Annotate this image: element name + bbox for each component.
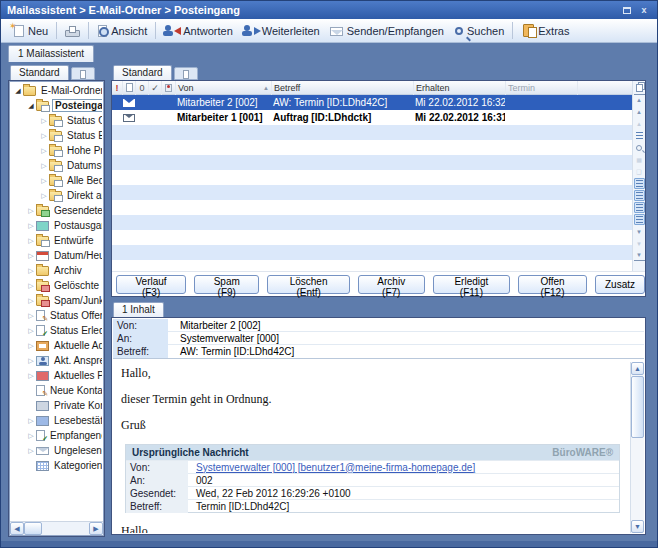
scroll-down-icon[interactable]: ▼ <box>631 520 644 533</box>
tab-inhalt[interactable]: 1 Inhalt <box>113 302 164 317</box>
tree-expander-icon[interactable]: ▷ <box>26 357 36 365</box>
search-button[interactable]: Suchen <box>449 23 509 39</box>
sidebar-item-aktuelles-projekt[interactable]: ▷Aktuelles Projekt <box>11 368 102 383</box>
scroll-up-icon[interactable]: ▲ <box>631 362 644 375</box>
tree-expander-icon[interactable]: ▷ <box>26 432 36 440</box>
column-termin[interactable]: Termin <box>506 81 578 95</box>
sidebar-item-gel-schte-e-mails[interactable]: ▷Gelöschte E-Mails <box>11 278 102 293</box>
reply-button[interactable]: Antworten <box>159 22 238 39</box>
extras-button[interactable]: Extras <box>516 22 574 39</box>
sidebar-item-datum-heute[interactable]: ▷Datum/Heute <box>11 248 102 263</box>
empty-row[interactable] <box>112 185 632 200</box>
empty-row[interactable] <box>112 125 632 140</box>
row-up-disabled-icon[interactable]: ▲ <box>634 118 645 129</box>
sidebar-item-archiv[interactable]: ▷Archiv <box>11 263 102 278</box>
tree-expander-icon[interactable]: ▷ <box>26 207 36 215</box>
sidebar-horizontal-scrollbar[interactable]: ◀ ▶ <box>10 521 103 535</box>
sidebar-item-gesendete-e-mails[interactable]: ▷Gesendete E-Mails <box>11 203 102 218</box>
empty-row[interactable] <box>112 155 632 170</box>
column-betreff[interactable]: Betreff <box>272 81 414 95</box>
column-person[interactable] <box>162 81 176 95</box>
row-down-icon[interactable]: ▼ <box>634 226 645 237</box>
list-tab-page2[interactable] <box>174 67 198 80</box>
scroll-bottom-icon[interactable]: ▼ <box>634 250 645 261</box>
scrollbar-track[interactable] <box>42 522 89 535</box>
scrollbar-thumb[interactable] <box>24 522 42 535</box>
scroll-left-icon[interactable]: ◀ <box>10 522 24 535</box>
sidebar-item-akt-ansprechpartner[interactable]: ▷Akt. Ansprechpartner <box>11 353 102 368</box>
empty-row[interactable] <box>112 245 632 260</box>
archiv-button[interactable]: Archiv (F7) <box>358 275 425 294</box>
list-view-icon[interactable] <box>634 178 645 189</box>
list-tab-standard[interactable]: Standard <box>113 65 172 80</box>
list-view-icon[interactable] <box>634 214 645 225</box>
forward-button[interactable]: Weiterleiten <box>238 22 325 39</box>
column-von[interactable]: Von▲ <box>176 81 272 95</box>
column-attachments[interactable]: 0 <box>136 81 149 95</box>
tree-expander-icon[interactable]: ▷ <box>26 372 36 380</box>
mail-row[interactable]: Mitarbeiter 2 [002]AW: Termin [ID:LDhd42… <box>112 95 632 110</box>
loeschen-button[interactable]: Löschen (Entf) <box>267 275 349 294</box>
sidebar-item-e-mail-ordner[interactable]: ◢E-Mail-Ordner <box>11 83 102 98</box>
zusatz-button[interactable]: Zusatz <box>595 275 645 294</box>
sidebar-item-hohe-priorit-t[interactable]: ▷Hohe Priorität <box>11 143 102 158</box>
scroll-top-icon[interactable]: ▲ <box>634 94 645 105</box>
sidebar-tab-page2[interactable] <box>71 67 95 80</box>
columns-icon[interactable] <box>634 130 645 141</box>
scroll-right-icon[interactable]: ▶ <box>89 522 103 535</box>
verlauf-button[interactable]: Verlauf (F3) <box>116 275 186 294</box>
sidebar-item-alle-bediener[interactable]: ▷Alle Bediener <box>11 173 102 188</box>
sidebar-item-private-kontakte[interactable]: Private Kontakte <box>11 398 102 413</box>
sidebar-item-status-erledigt[interactable]: ▷Status Erledigt <box>11 128 102 143</box>
sidebar-item-status-offen[interactable]: ▷Status Offen <box>11 308 102 323</box>
tree-expander-icon[interactable]: ▷ <box>26 297 36 305</box>
message-body-scrollbar[interactable]: ▲ ▼ <box>630 362 644 533</box>
tree-expander-icon[interactable]: ▷ <box>26 327 36 335</box>
tree-expander-icon[interactable]: ▷ <box>39 147 49 155</box>
empty-row[interactable] <box>112 215 632 230</box>
empty-row[interactable] <box>112 170 632 185</box>
tree-expander-icon[interactable]: ▷ <box>26 267 36 275</box>
tree-expander-icon[interactable]: ▷ <box>39 162 49 170</box>
tree-expander-icon[interactable]: ▷ <box>26 222 36 230</box>
new-button[interactable]: Neu <box>5 23 53 39</box>
sidebar-item-entw-rfe[interactable]: ▷Entwürfe <box>11 233 102 248</box>
sidebar-item-postausgang[interactable]: ▷Postausgang <box>11 218 102 233</box>
empty-row[interactable] <box>112 230 632 245</box>
sidebar-item-status-offen[interactable]: ▷Status Offen <box>11 113 102 128</box>
tree-expander-icon[interactable]: ▷ <box>39 192 49 200</box>
copy-disabled-icon[interactable]: ❑ <box>634 166 645 177</box>
tree-expander-icon[interactable]: ▷ <box>26 417 36 425</box>
sidebar-item-lesebest-tigungen[interactable]: ▷Lesebestätigungen <box>11 413 102 428</box>
tree-expander-icon[interactable]: ▷ <box>39 132 49 140</box>
sidebar-item-aktuelle-adresse[interactable]: ▷Aktuelle Adresse <box>11 338 102 353</box>
restore-button[interactable] <box>620 4 634 17</box>
send-receive-button[interactable]: Senden/Empfangen <box>325 23 449 39</box>
sender-email-link[interactable]: Systemverwalter [000] [benutzer1@meine-f… <box>196 462 475 473</box>
print-button[interactable] <box>60 23 85 39</box>
column-check[interactable]: ✓ <box>149 81 162 95</box>
tree-expander-icon[interactable]: ▷ <box>26 252 36 260</box>
empty-row[interactable] <box>112 260 632 271</box>
tree-expander-icon[interactable]: ▷ <box>26 312 36 320</box>
sidebar-tab-standard[interactable]: Standard <box>10 65 69 80</box>
sidebar-item-empfangene-mails[interactable]: ▷Empfangene Mails <box>11 428 102 443</box>
empty-row[interactable] <box>112 200 632 215</box>
spam-button[interactable]: Spam (F9) <box>194 275 259 294</box>
list-view-icon[interactable] <box>634 190 645 201</box>
close-button[interactable]: x <box>637 4 651 17</box>
sidebar-item-neue-kontakte[interactable]: Neue Kontakte <box>11 383 102 398</box>
row-down-disabled-icon[interactable]: ▼ <box>634 238 645 249</box>
tree-expander-icon[interactable]: ▷ <box>26 282 36 290</box>
view-button[interactable]: Ansicht <box>92 23 152 39</box>
filter-disabled-icon[interactable]: ▦ <box>634 154 645 165</box>
column-erhalten[interactable]: Erhalten <box>414 81 506 95</box>
sidebar-item-datumselektion[interactable]: ▷Datumselektion <box>11 158 102 173</box>
sidebar-item-kategorien[interactable]: Kategorien <box>11 458 102 473</box>
empty-row[interactable] <box>112 140 632 155</box>
duplicate-icon[interactable] <box>634 82 645 93</box>
sidebar-item-ungelesene-mails[interactable]: ▷Ungelesene Mails <box>11 443 102 458</box>
erledigt-button[interactable]: Erledigt (F11) <box>433 275 510 294</box>
sidebar-item-status-erledigt[interactable]: ▷Status Erledigt <box>11 323 102 338</box>
tree-expander-icon[interactable]: ◢ <box>13 87 23 95</box>
